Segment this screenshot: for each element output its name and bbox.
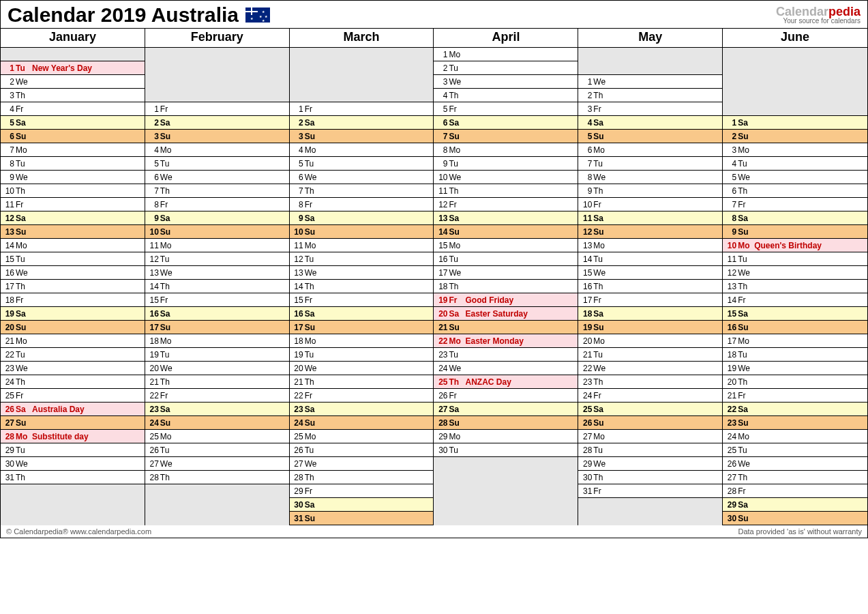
day-cell: 9Th [578,184,722,198]
day-cell: 25ThANZAC Day [434,375,578,389]
day-of-week: Tu [449,445,465,455]
day-of-week: Sa [160,405,177,414]
day-of-week: Sa [305,309,321,319]
day-of-week: Mo [305,145,321,155]
day-number: 13 [581,241,593,250]
day-cell: 14Tu [578,252,722,266]
day-number: 28 [293,473,305,482]
day-of-week: Sa [16,309,32,319]
title-row: Calendar 2019 Australia ★ ★ ★ ★ ★ Calend… [1,1,867,29]
month-column: 1Mo2Tu3We4Th5Fr6Sa7Su8Mo9Tu10We11Th12Fr1… [434,48,578,525]
day-number: 24 [581,391,593,400]
day-cell: 25Mo [145,430,289,443]
day-number: 3 [3,91,16,100]
day-cell: 19Sa [1,307,145,321]
day-of-week: Su [449,323,465,332]
day-number: 2 [725,132,738,141]
day-cell: 15Mo [434,239,578,252]
day-of-week: Tu [160,350,177,360]
day-cell: 16Th [578,280,722,293]
blank-cell [145,89,289,102]
day-cell: 6Sa [434,116,578,130]
day-cell: 27Mo [578,430,722,443]
day-cell: 22MoEaster Monday [434,334,578,348]
day-cell: 21Fr [723,389,867,403]
day-cell: 26SaAustralia Day [1,403,145,416]
day-of-week: Fr [16,391,32,400]
day-cell: 9Tu [434,157,578,171]
day-cell: 22Sa [723,403,867,416]
day-cell: 12We [723,266,867,280]
day-number: 3 [436,77,449,87]
month-header: April [434,29,578,48]
day-number: 27 [581,432,593,441]
day-cell: 10We [434,171,578,184]
day-of-week: Mo [16,145,32,155]
day-cell: 12Su [578,225,722,239]
day-number: 3 [581,104,593,114]
blank-cell [145,48,289,61]
day-of-week: Fr [305,104,321,114]
day-number: 25 [436,377,449,387]
day-cell: 3Th [1,89,145,102]
day-of-week: Su [593,227,610,237]
day-number: 1 [148,104,160,114]
day-cell: 7Mo [1,143,145,157]
day-cell: 28MoSubstitute day [1,430,145,443]
day-cell: 23Th [578,375,722,389]
day-of-week: Sa [738,309,754,319]
day-number: 16 [581,282,593,291]
day-cell: 26Tu [290,443,434,457]
day-of-week: Tu [738,445,754,455]
day-of-week: Fr [738,391,754,400]
day-number: 9 [581,186,593,196]
day-of-week: Su [593,323,610,332]
day-cell: 17Fr [578,293,722,307]
blank-cell [145,61,289,75]
day-of-week: Fr [738,200,754,209]
day-of-week: Mo [593,145,610,155]
day-cell: 20We [145,362,289,375]
day-cell: 29We [578,457,722,471]
day-number: 29 [581,459,593,469]
day-cell: 12Tu [290,252,434,266]
day-cell: 5Sa [1,116,145,130]
day-number: 6 [581,145,593,155]
day-cell: 10Su [290,225,434,239]
day-number: 2 [3,77,16,87]
day-of-week: Th [16,473,32,482]
day-cell: 21Tu [578,348,722,362]
month-header: June [723,29,867,48]
day-of-week: Tu [16,254,32,264]
day-cell: 15We [578,266,722,280]
day-of-week: Sa [160,214,177,223]
day-of-week: Su [449,132,465,141]
day-number: 11 [436,186,449,196]
day-of-week: Su [593,132,610,141]
day-of-week: Fr [160,295,177,305]
day-number: 5 [725,173,738,182]
day-of-week: Sa [16,118,32,128]
day-of-week: Sa [738,118,754,128]
month-header: January [1,29,145,48]
day-number: 22 [581,364,593,373]
day-of-week: Su [305,227,321,237]
day-cell: 19We [723,362,867,375]
day-of-week: Su [449,418,465,428]
day-of-week: Fr [449,391,465,400]
day-number: 29 [3,445,16,455]
day-of-week: We [160,268,177,278]
day-cell: 19FrGood Friday [434,293,578,307]
day-of-week: We [449,268,465,278]
day-cell: 25Tu [723,443,867,457]
blank-cell [1,484,145,525]
day-of-week: Th [160,282,177,291]
day-number: 17 [3,282,16,291]
day-of-week: We [449,173,465,182]
day-of-week: Th [16,186,32,196]
day-number: 14 [3,241,16,250]
day-number: 2 [436,63,449,73]
day-number: 18 [3,295,16,305]
day-cell: 4Mo [290,143,434,157]
day-cell: 4Th [434,89,578,102]
